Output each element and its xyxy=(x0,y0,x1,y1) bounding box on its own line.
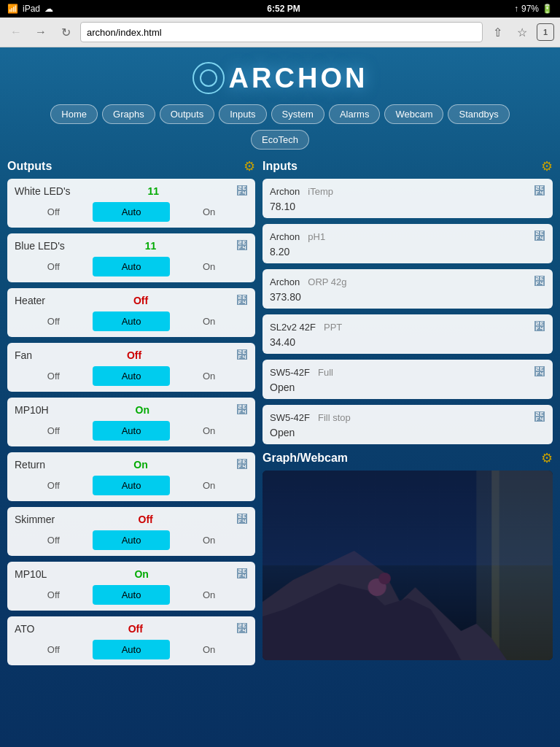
nav-outputs[interactable]: Outputs xyxy=(160,104,215,124)
status-bar: 📶 iPad ☁ 6:52 PM ↑ 97% 🔋 xyxy=(0,0,560,18)
network-icon: 📶 xyxy=(7,4,18,14)
btn-auto[interactable]: Auto xyxy=(93,530,171,550)
nav-home[interactable]: Home xyxy=(50,104,98,124)
reload-button[interactable]: ↻ xyxy=(55,22,76,42)
output-name: Heater xyxy=(15,295,45,306)
nav-system[interactable]: System xyxy=(271,104,324,124)
nav-inputs[interactable]: Inputs xyxy=(219,104,266,124)
input-name: PPT xyxy=(319,322,343,333)
btn-auto[interactable]: Auto xyxy=(93,311,171,331)
output-status: On xyxy=(134,568,148,580)
input-card-2: Archon ORP 42g ⻴ 373.80 xyxy=(262,269,553,309)
btn-auto[interactable]: Auto xyxy=(93,476,171,495)
output-name: Blue LED's xyxy=(15,240,65,252)
btn-on[interactable]: On xyxy=(170,421,248,441)
btn-on[interactable]: On xyxy=(170,311,248,331)
btn-auto[interactable]: Auto xyxy=(93,585,171,605)
btn-on[interactable]: On xyxy=(170,476,248,495)
tune-icon[interactable]: ⻴ xyxy=(236,568,248,581)
tune-icon[interactable]: ⻴ xyxy=(236,513,248,526)
outputs-panel: Outputs ⚙ White LED's 11 ⻴ Off Auto On B… xyxy=(7,158,255,671)
input-card-4: SW5-42F Full ⻴ Open xyxy=(262,360,553,399)
input-value: 373.80 xyxy=(270,291,545,303)
logo: ARCHON xyxy=(192,62,368,94)
btn-on[interactable]: On xyxy=(170,585,248,605)
btn-auto[interactable]: Auto xyxy=(93,640,171,659)
btn-auto[interactable]: Auto xyxy=(93,421,171,441)
btn-auto[interactable]: Auto xyxy=(93,202,171,222)
btn-on[interactable]: On xyxy=(170,366,248,386)
graph-header: Graph/Webcam ⚙ xyxy=(262,450,553,466)
graph-section: Graph/Webcam ⚙ xyxy=(262,450,553,660)
nav-alarms[interactable]: Alarms xyxy=(329,104,380,124)
output-status: Off xyxy=(127,349,141,361)
output-status: On xyxy=(136,404,149,416)
output-card-ato: ATO Off ⻴ Off Auto On xyxy=(7,616,255,665)
nav-bar: Home Graphs Outputs Inputs System Alarms… xyxy=(7,104,553,124)
tab-count[interactable]: 1 xyxy=(537,23,554,41)
input-card-1: Archon pH1 ⻴ 8.20 xyxy=(262,224,553,263)
btn-off[interactable]: Off xyxy=(15,421,93,441)
btn-off[interactable]: Off xyxy=(15,476,93,495)
input-value: 78.10 xyxy=(270,201,545,212)
address-bar[interactable] xyxy=(80,22,483,42)
forward-button[interactable]: → xyxy=(31,22,51,42)
nav-ecotech[interactable]: EcoTech xyxy=(251,130,309,150)
back-button[interactable]: ← xyxy=(6,22,26,42)
btn-on[interactable]: On xyxy=(170,530,248,550)
tune-icon[interactable]: ⻴ xyxy=(236,185,248,198)
main-panels: Outputs ⚙ White LED's 11 ⻴ Off Auto On B… xyxy=(7,158,553,671)
graph-gear-icon[interactable]: ⚙ xyxy=(541,450,553,466)
webcam-image xyxy=(262,471,553,660)
input-tune-icon[interactable]: ⻴ xyxy=(534,411,545,424)
btn-on[interactable]: On xyxy=(170,202,248,222)
nav-graphs[interactable]: Graphs xyxy=(102,104,155,124)
input-tune-icon[interactable]: ⻴ xyxy=(534,230,545,243)
inputs-header: Inputs ⚙ xyxy=(262,158,553,174)
output-name: Fan xyxy=(15,349,32,361)
bookmark-button[interactable]: ☆ xyxy=(512,22,532,42)
logo-icon xyxy=(192,62,225,94)
output-name: White LED's xyxy=(15,185,71,197)
right-panel: Inputs ⚙ Archon iTemp ⻴ 78.10 Archon pH1… xyxy=(262,158,553,660)
btn-off[interactable]: Off xyxy=(15,366,93,386)
wifi-icon: ☁ xyxy=(44,4,53,14)
page-content: ARCHON Home Graphs Outputs Inputs System… xyxy=(0,47,560,686)
share-button[interactable]: ⇧ xyxy=(487,22,508,42)
input-name: pH1 xyxy=(303,231,325,242)
tune-icon[interactable]: ⻴ xyxy=(236,403,248,417)
output-status: Off xyxy=(133,295,148,306)
tune-icon[interactable]: ⻴ xyxy=(236,458,248,471)
btn-auto[interactable]: Auto xyxy=(93,257,171,276)
output-name: MP10L xyxy=(15,568,47,580)
input-tune-icon[interactable]: ⻴ xyxy=(534,365,545,379)
tune-icon[interactable]: ⻴ xyxy=(236,239,248,252)
output-name: ATO xyxy=(15,623,35,635)
btn-off[interactable]: Off xyxy=(15,640,93,659)
input-value: 8.20 xyxy=(270,246,545,258)
nav-webcam[interactable]: Webcam xyxy=(384,104,443,124)
btn-auto[interactable]: Auto xyxy=(93,366,171,386)
output-card-return: Return On ⻴ Off Auto On xyxy=(7,452,255,501)
btn-off[interactable]: Off xyxy=(15,257,93,276)
tune-icon[interactable]: ⻴ xyxy=(236,622,248,635)
nav-standbys[interactable]: Standbys xyxy=(448,104,509,124)
btn-off[interactable]: Off xyxy=(15,585,93,605)
btn-on[interactable]: On xyxy=(170,257,248,276)
outputs-gear-icon[interactable]: ⚙ xyxy=(244,158,255,174)
inputs-gear-icon[interactable]: ⚙ xyxy=(541,158,553,174)
input-tune-icon[interactable]: ⻴ xyxy=(534,185,545,198)
btn-on[interactable]: On xyxy=(170,640,248,659)
tune-icon[interactable]: ⻴ xyxy=(236,294,248,307)
input-tune-icon[interactable]: ⻴ xyxy=(534,320,545,333)
btn-off[interactable]: Off xyxy=(15,530,93,550)
btn-off[interactable]: Off xyxy=(15,202,93,222)
tune-icon[interactable]: ⻴ xyxy=(236,349,248,362)
outputs-header: Outputs ⚙ xyxy=(7,158,255,174)
battery-icon: 🔋 xyxy=(542,4,553,14)
nav-sub: EcoTech xyxy=(7,130,553,150)
input-tune-icon[interactable]: ⻴ xyxy=(534,275,545,288)
input-source: SW5-42F xyxy=(270,367,310,378)
input-name: Full xyxy=(313,367,333,378)
btn-off[interactable]: Off xyxy=(15,311,93,331)
